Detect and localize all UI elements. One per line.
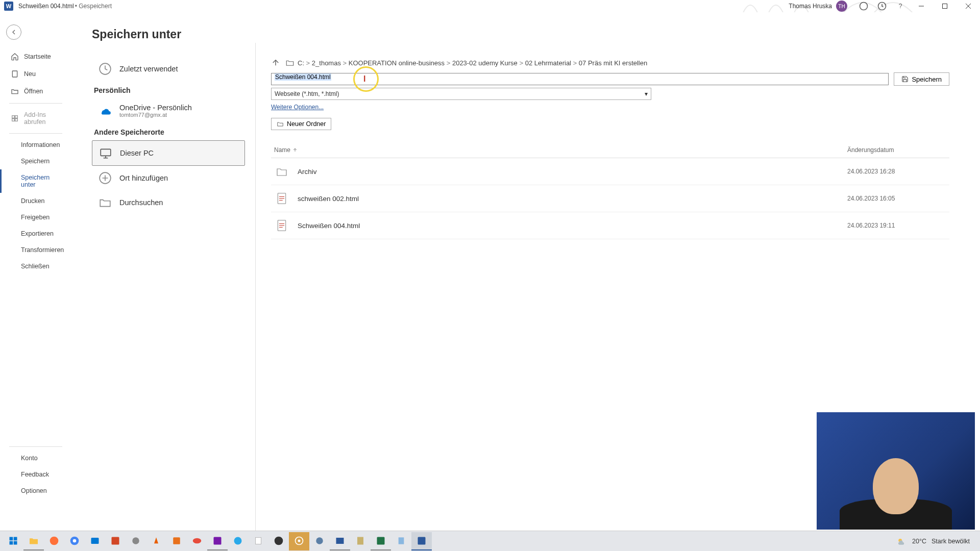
file-row[interactable]: schweißen 002.html24.06.2023 16:05 — [271, 185, 949, 212]
minimize-button[interactable] — [910, 0, 933, 12]
location-label: Durchsuchen — [119, 198, 163, 207]
breadcrumb-segment[interactable]: KOOPERATION online-business — [349, 59, 445, 67]
backstage-sidebar: Startseite Neu Öffnen Add-Ins abrufen In… — [0, 12, 71, 531]
file-date: 24.06.2023 16:05 — [847, 195, 949, 202]
title-bar: W Schweißen 004.html • Gespeichert Thoma… — [0, 0, 980, 12]
annotation-cursor: I — [363, 74, 365, 84]
column-header-date[interactable]: Änderungsdatum — [847, 146, 949, 154]
user-avatar[interactable]: TH — [836, 1, 847, 12]
taskbar-app-circle[interactable] — [309, 532, 330, 550]
column-header-name[interactable]: Name — [271, 146, 847, 154]
sidebar-item-close[interactable]: Schließen — [0, 258, 71, 274]
breadcrumb-segment[interactable]: 2_thomas — [312, 59, 341, 67]
weather-temp[interactable]: 20°C — [912, 538, 926, 545]
file-table-header: Name Änderungsdatum — [271, 142, 949, 158]
sidebar-item-saveas[interactable]: Speichern unter — [0, 169, 71, 193]
user-name[interactable]: Thomas Hruska — [789, 3, 832, 10]
sidebar-label: Schließen — [21, 263, 50, 270]
file-date: 24.06.2023 16:28 — [847, 168, 949, 175]
sidebar-label: Optionen — [21, 487, 47, 494]
taskbar-onenote[interactable] — [207, 532, 228, 550]
location-browse[interactable]: Durchsuchen — [92, 190, 245, 215]
taskbar-app-orange[interactable] — [166, 532, 187, 550]
browse-folder-icon — [98, 195, 112, 210]
taskbar-chrome[interactable] — [64, 532, 85, 550]
svg-point-20 — [50, 536, 59, 545]
sidebar-item-feedback[interactable]: Feedback — [0, 466, 71, 483]
sidebar-label: Öffnen — [24, 88, 43, 95]
save-button[interactable]: Speichern — [894, 72, 949, 86]
location-recent[interactable]: Zuletzt verwendet — [92, 57, 245, 81]
sidebar-label: Speichern — [21, 158, 50, 165]
taskbar-obs[interactable] — [268, 532, 289, 550]
sidebar-item-addins[interactable]: Add-Ins abrufen — [0, 107, 71, 130]
taskbar-outlook[interactable] — [85, 532, 105, 550]
taskbar-app-blue[interactable] — [330, 532, 350, 550]
pending-icon[interactable] — [877, 1, 887, 11]
document-title: Schweißen 004.html — [18, 3, 74, 10]
sidebar-item-transform[interactable]: Transformieren — [0, 242, 71, 258]
taskbar-telegram[interactable] — [228, 532, 248, 550]
sidebar-item-home[interactable]: Startseite — [0, 48, 71, 65]
taskbar-recorder[interactable] — [289, 532, 309, 550]
home-icon — [11, 53, 19, 61]
accessibility-icon[interactable] — [859, 1, 869, 11]
taskbar-notepad[interactable] — [391, 532, 411, 550]
sidebar-item-open[interactable]: Öffnen — [0, 83, 71, 100]
sidebar-item-info[interactable]: Informationen — [0, 137, 71, 153]
svg-rect-28 — [214, 537, 222, 544]
sidebar-label: Informationen — [21, 141, 60, 148]
taskbar-excel[interactable] — [371, 532, 391, 550]
svg-rect-38 — [399, 537, 404, 544]
help-icon[interactable]: ? — [895, 1, 905, 11]
filename-input[interactable]: Schweißen 004.html I — [271, 73, 889, 85]
breadcrumb-segment[interactable]: 2023-02 udemy Kurse — [452, 59, 518, 67]
svg-rect-23 — [91, 538, 99, 544]
maximize-button[interactable] — [933, 0, 957, 12]
taskbar-word[interactable] — [411, 532, 432, 550]
filetype-select[interactable]: Webseite (*.htm, *.html) ▾ — [271, 88, 651, 100]
svg-point-29 — [234, 537, 242, 544]
locations-panel: Speichern unter Zuletzt verwendet Persön… — [71, 12, 255, 531]
svg-rect-35 — [336, 538, 344, 544]
taskbar-app-grey[interactable] — [126, 532, 146, 550]
location-add-place[interactable]: Ort hinzufügen — [92, 166, 245, 190]
chevron-down-icon: ▾ — [645, 90, 648, 97]
close-button[interactable] — [957, 0, 980, 12]
taskbar-explorer[interactable] — [23, 532, 44, 550]
start-button[interactable] — [3, 532, 23, 550]
location-this-pc[interactable]: Dieser PC — [92, 140, 245, 166]
new-folder-button[interactable]: Neuer Ordner — [271, 118, 331, 130]
folder-row[interactable]: Archiv24.06.2023 16:28 — [271, 158, 949, 185]
open-icon — [11, 87, 19, 95]
sidebar-item-options[interactable]: Optionen — [0, 483, 71, 499]
sidebar-item-export[interactable]: Exportieren — [0, 226, 71, 242]
back-button[interactable] — [6, 24, 21, 40]
more-options-link[interactable]: Weitere Optionen... — [271, 104, 324, 111]
svg-rect-9 — [12, 119, 15, 121]
taskbar-app-white[interactable] — [248, 532, 268, 550]
weather-text[interactable]: Stark bewölkt — [932, 538, 970, 545]
up-folder-button[interactable] — [271, 58, 280, 67]
filetype-value: Webseite (*.htm, *.html) — [275, 90, 339, 97]
sidebar-item-account[interactable]: Konto — [0, 450, 71, 466]
location-label: Ort hinzufügen — [119, 174, 168, 182]
taskbar-powerpoint[interactable] — [105, 532, 126, 550]
taskbar-vlc[interactable] — [146, 532, 166, 550]
sidebar-item-print[interactable]: Drucken — [0, 193, 71, 209]
new-folder-icon — [277, 120, 284, 128]
location-onedrive[interactable]: OneDrive - Persönlich tomtom77@gmx.at — [92, 98, 245, 123]
breadcrumb-segment[interactable]: C: — [298, 59, 304, 67]
taskbar-app-red[interactable] — [187, 532, 207, 550]
breadcrumb-segment[interactable]: 02 Lehrmaterial — [525, 59, 571, 67]
file-row[interactable]: Schweißen 004.html24.06.2023 19:11 — [271, 212, 949, 239]
svg-rect-7 — [12, 116, 15, 118]
pc-icon — [99, 146, 113, 160]
sidebar-item-share[interactable]: Freigeben — [0, 209, 71, 226]
breadcrumb-segment[interactable]: 07 Präs mit KI erstellen — [579, 59, 647, 67]
sidebar-item-new[interactable]: Neu — [0, 65, 71, 83]
taskbar-firefox[interactable] — [44, 532, 64, 550]
sidebar-item-save[interactable]: Speichern — [0, 153, 71, 169]
taskbar-app-notes[interactable] — [350, 532, 371, 550]
file-name: Archiv — [298, 168, 847, 176]
